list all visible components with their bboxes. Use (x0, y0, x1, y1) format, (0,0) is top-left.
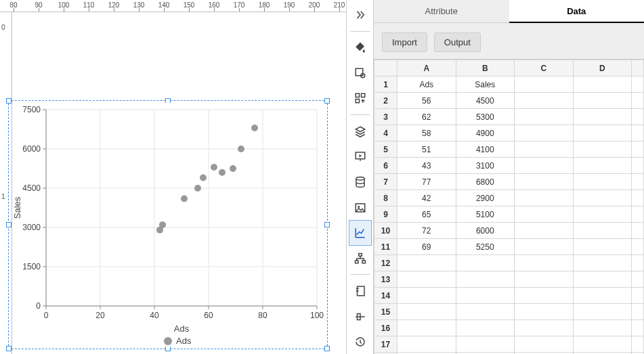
selection-handle-nw[interactable] (6, 98, 12, 104)
cell[interactable]: Ads (398, 76, 456, 93)
cell[interactable] (398, 320, 456, 336)
row-header[interactable]: 16 (374, 320, 398, 336)
cell[interactable] (515, 190, 574, 206)
cell[interactable] (573, 239, 632, 255)
cell[interactable] (573, 93, 632, 109)
data-point[interactable] (181, 195, 188, 202)
cell[interactable] (573, 304, 632, 320)
cell[interactable] (573, 255, 632, 271)
fill-tool-button[interactable] (349, 36, 371, 60)
cell[interactable]: 69 (398, 239, 456, 255)
row-header[interactable]: 6 (374, 158, 398, 174)
output-button[interactable]: Output (434, 32, 481, 52)
cell[interactable]: 6800 (456, 174, 515, 190)
align-tool-button[interactable] (349, 305, 371, 329)
history-tool-button[interactable] (349, 330, 371, 354)
cell[interactable]: 5100 (456, 206, 515, 223)
selection-handle-w[interactable] (6, 222, 12, 227)
image-tool-button[interactable] (349, 196, 371, 220)
cell[interactable] (573, 223, 632, 239)
cell[interactable] (398, 336, 456, 353)
scatter-chart[interactable]: 020406080100015003000450060007500AdsSale… (12, 103, 324, 347)
row-header[interactable]: 14 (374, 288, 398, 304)
cell[interactable] (398, 288, 456, 304)
cell[interactable] (456, 336, 515, 353)
cell[interactable]: 2900 (456, 190, 515, 206)
data-point[interactable] (238, 146, 244, 152)
cell[interactable]: 5250 (456, 239, 515, 255)
cell[interactable]: 77 (398, 174, 456, 190)
selection-handle-sw[interactable] (6, 346, 12, 351)
cell[interactable] (515, 255, 574, 271)
cell[interactable]: 62 (398, 109, 456, 125)
cell[interactable] (573, 190, 632, 206)
sheet-corner[interactable] (374, 60, 398, 76)
cell[interactable] (515, 158, 574, 174)
column-header[interactable]: B (456, 60, 515, 76)
cell[interactable] (456, 304, 515, 320)
selection-handle-e[interactable] (324, 222, 330, 227)
chart-tool-button[interactable] (349, 221, 371, 245)
selection-handle-se[interactable] (324, 346, 330, 351)
cell[interactable] (515, 109, 574, 125)
row-header[interactable]: 7 (374, 174, 398, 190)
row-header[interactable]: 2 (374, 93, 398, 109)
row-header[interactable]: 8 (374, 190, 398, 206)
data-tool-button[interactable] (349, 170, 371, 194)
column-header[interactable]: C (515, 60, 574, 76)
cell[interactable] (573, 320, 632, 336)
cell[interactable] (515, 93, 574, 109)
apps-tool-button[interactable] (349, 87, 371, 111)
cell[interactable] (573, 288, 632, 304)
row-header[interactable]: 17 (374, 336, 398, 353)
presentation-tool-button[interactable] (349, 145, 371, 169)
row-header[interactable]: 9 (374, 206, 398, 223)
cell[interactable]: 3100 (456, 158, 515, 174)
cell[interactable] (515, 288, 574, 304)
selection-handle-s[interactable] (165, 346, 171, 351)
cell[interactable] (398, 271, 456, 288)
cell[interactable]: 56 (398, 93, 456, 109)
cell[interactable] (456, 255, 515, 271)
cell[interactable] (515, 336, 574, 353)
cell[interactable] (515, 239, 574, 255)
column-header[interactable]: A (398, 60, 456, 76)
cell[interactable] (515, 320, 574, 336)
frame-tool-button[interactable] (349, 279, 371, 303)
cell[interactable] (573, 174, 632, 190)
cell[interactable] (456, 320, 515, 336)
cell[interactable] (515, 304, 574, 320)
cell[interactable] (573, 76, 632, 93)
tab-attribute[interactable]: Attribute (374, 0, 509, 23)
cell[interactable]: 4900 (456, 125, 515, 141)
cell[interactable] (573, 125, 632, 141)
cell[interactable]: 5300 (456, 109, 515, 125)
data-spreadsheet[interactable]: ABCD1AdsSales256450036253004584900551410… (374, 60, 644, 354)
row-header[interactable]: 5 (374, 141, 398, 158)
row-header[interactable]: 1 (374, 76, 398, 93)
cell[interactable] (398, 255, 456, 271)
import-button[interactable]: Import (382, 32, 427, 52)
row-header[interactable]: 15 (374, 304, 398, 320)
cell[interactable]: 58 (398, 125, 456, 141)
cell[interactable]: 6000 (456, 223, 515, 239)
cell[interactable] (515, 206, 574, 223)
cell[interactable]: 43 (398, 158, 456, 174)
cell[interactable] (456, 271, 515, 288)
cell[interactable] (515, 141, 574, 158)
cell[interactable]: 65 (398, 206, 456, 223)
row-header[interactable]: 4 (374, 125, 398, 141)
cell[interactable] (515, 271, 574, 288)
data-point[interactable] (211, 164, 217, 171)
cell[interactable] (573, 109, 632, 125)
row-header[interactable]: 12 (374, 255, 398, 271)
data-point[interactable] (251, 125, 258, 131)
cell[interactable] (573, 336, 632, 353)
settings-tool-button[interactable] (349, 61, 371, 85)
cell[interactable] (573, 206, 632, 223)
cell[interactable] (515, 76, 574, 93)
cell[interactable] (573, 158, 632, 174)
column-header[interactable]: D (573, 60, 632, 76)
layers-tool-button[interactable] (349, 119, 371, 143)
row-header[interactable]: 11 (374, 239, 398, 255)
